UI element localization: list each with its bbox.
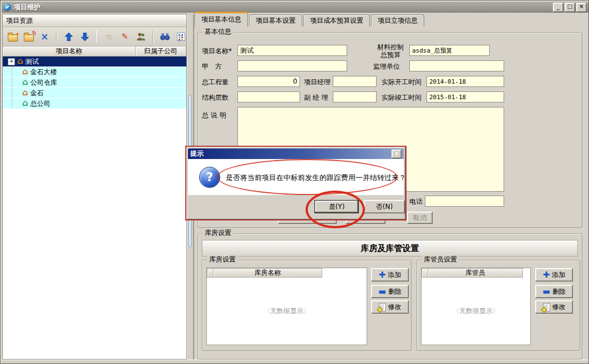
tab-project-basic-settings[interactable]: 项目基本设置 [249,14,302,27]
summary-label: 总 说 明 [202,111,226,119]
house-orange-icon: ⌂ [22,68,28,75]
deputy-manager-input[interactable] [333,91,377,102]
structure-layers-label: 结构层数 [202,94,229,101]
column-subcompany[interactable]: 归属子公司 [136,47,186,56]
move-down-icon[interactable] [79,31,90,42]
dialog-footer: 是(Y) 否(N) [188,195,404,218]
binoculars-icon[interactable] [160,31,171,42]
minus-icon: ▬ [378,289,386,294]
warehouse-banner: 库房及库管设置 [202,240,578,257]
storeroom-modify-button[interactable]: 修改 [371,300,409,314]
structure-layers-input[interactable] [237,91,300,102]
house-orange-icon: ⌂ [22,89,28,96]
warehouse-group-title: 库房设置 [202,229,233,237]
table-corner-cell [207,268,214,278]
edit-doc-icon [379,303,386,311]
minus-icon: ▬ [542,289,550,294]
no-button[interactable]: 否(N) [364,200,405,213]
tree-row[interactable]: ⌂ 公司仓库 [3,78,186,88]
hand-pointer-icon[interactable]: ☜ [103,31,114,42]
tree-row[interactable]: ⌂ 金石大楼 [3,67,186,78]
table-corner-cell [422,268,428,278]
question-icon: ? [199,167,220,188]
keeper-column-header[interactable]: 库管员 [428,268,523,278]
project-resource-panel: 项目资源 ✦ ✎ × ☜ ✎ [2,14,187,360]
actual-end-input[interactable] [426,91,504,102]
tab-project-approval-info[interactable]: 项目立项信息 [371,14,424,27]
pencil-icon[interactable]: ✎ [119,31,130,42]
tree-connector [12,99,20,109]
keeper-remove-button[interactable]: ▬删除 [535,285,573,298]
empty-data-text: 〈无数据显示〉 [207,306,367,316]
column-project-name[interactable]: 项目名称 [3,47,136,56]
tree-row[interactable]: + ⌂ 测试 [3,57,186,67]
supervisor-input[interactable] [409,60,504,71]
dialog-title: 提示 [190,149,204,158]
phone-input[interactable] [425,196,504,207]
actual-start-input[interactable] [426,76,504,87]
tree-toolbar: ✦ ✎ × ☜ ✎ [3,27,186,47]
project-name-input[interactable] [237,45,347,56]
project-manager-label: 项目经理 [304,78,331,86]
tree-item-label: 测试 [26,57,39,66]
expand-icon[interactable]: + [8,58,15,65]
storeroom-remove-button[interactable]: ▬删除 [371,285,409,298]
house-green-icon: ⌂ [22,78,28,86]
close-button[interactable]: × [576,3,587,12]
cancel-button[interactable]: 取消 [407,212,433,224]
house-green-icon: ⌂ [22,99,28,107]
actual-start-label: 实际开工时间 [382,78,422,86]
plus-icon: ✚ [379,271,386,278]
project-manager-input[interactable] [333,76,377,87]
status-bar [2,360,588,363]
toolbar-separator [97,30,98,43]
move-up-icon[interactable] [63,31,74,42]
house-orange-icon: ⌂ [17,57,23,65]
users-icon[interactable] [135,31,146,42]
storeroom-table: 库房名称 〈无数据显示〉 [206,268,367,345]
edit-doc-icon [543,303,550,311]
delete-icon[interactable]: × [39,31,50,42]
total-quantity-input[interactable] [237,76,300,87]
app-icon [3,3,11,11]
tree-item-label: 金石 [31,89,44,98]
storeroom-subgroup-title: 库房设置 [207,255,238,263]
tree-row[interactable]: ⌂ 金石 [3,88,186,99]
minimize-button[interactable]: _ [553,3,563,12]
tree-item-label: 公司仓库 [31,78,57,88]
actual-end-label: 实际竣工时间 [382,94,422,101]
edit-folder-icon[interactable]: ✎ [23,31,34,42]
grid-view-icon[interactable] [175,31,186,42]
toolbar-separator [56,30,57,43]
confirm-dialog: 提示 × ? 是否将当前项目在中标前发生的跟踪费用一并结转过来？ 是(Y) 否(… [185,146,407,221]
tree-connector [12,88,20,98]
tab-cost-budget-settings[interactable]: 项目成本预算设置 [303,14,370,27]
party-a-label: 甲 方 [202,63,222,70]
panel-header: 项目资源 [3,14,186,27]
dialog-body: ? 是否将当前项目在中标前发生的跟踪费用一并结转过来？ [188,159,404,198]
keeper-table: 库管员 〈无数据显示〉 [421,268,531,345]
storeroom-add-button[interactable]: ✚添加 [371,268,409,281]
material-budget-input[interactable] [409,45,490,56]
plus-icon: ✚ [543,271,550,278]
tree-item-label: 金石大楼 [31,68,57,77]
keeper-modify-button[interactable]: 修改 [535,300,573,314]
yes-button[interactable]: 是(Y) [314,200,359,213]
empty-data-text: 〈无数据显示〉 [422,306,530,316]
tab-project-basic-info[interactable]: 项目基本信息 [195,12,248,27]
party-a-input[interactable] [237,60,347,71]
tree-connector [12,67,20,77]
tab-strip: 项目基本信息 项目基本设置 项目成本预算设置 项目立项信息 [195,13,424,27]
keeper-add-button[interactable]: ✚添加 [535,268,573,281]
total-quantity-label: 总工程量 [202,78,229,86]
dialog-frame: 提示 × ? 是否将当前项目在中标前发生的跟踪费用一并结转过来？ 是(Y) 否(… [186,147,405,219]
storeroom-column-header[interactable]: 库房名称 [214,268,322,278]
dialog-titlebar: 提示 × [188,148,404,159]
supervisor-label: 监理单位 [373,63,400,70]
new-folder-icon[interactable]: ✦ [7,31,18,42]
group-title: 基本信息 [202,28,233,35]
maximize-button[interactable]: □ [565,3,575,12]
tree-row[interactable]: ⌂ 总公司 [3,99,186,109]
dialog-close-button[interactable]: × [392,150,402,158]
app-window: 项目维护 _ □ × 项目资源 ✦ ✎ × ☜ ✎ [0,0,589,364]
